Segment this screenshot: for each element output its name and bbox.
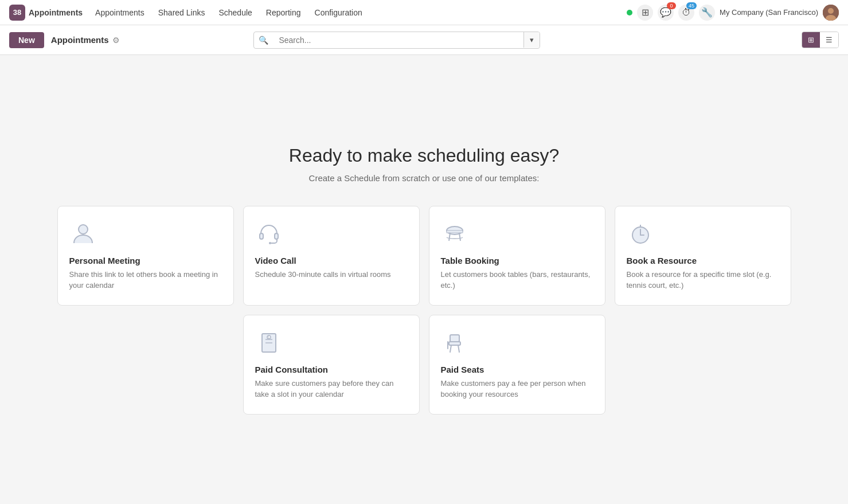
search-input[interactable] <box>273 32 523 48</box>
svg-rect-21 <box>450 335 459 342</box>
nav-link-shared-links[interactable]: Shared Links <box>153 6 211 19</box>
svg-rect-4 <box>260 233 263 239</box>
search-icon: 🔍 <box>254 36 273 45</box>
nav-right: ⊞ 💬 0 ⏱ 45 🔧 My Company (San Francisco) <box>627 5 839 21</box>
page-title: Appointments <box>51 35 109 45</box>
svg-rect-8 <box>447 230 463 233</box>
settings-icon-btn[interactable]: 🔧 <box>699 5 715 21</box>
cards-grid: Personal Meeting Share this link to let … <box>57 206 791 415</box>
card-desc-paid-consultation: Make sure customers pay before they can … <box>255 378 408 400</box>
nav-links: AppointmentsShared LinksScheduleReportin… <box>89 6 627 19</box>
card-title-personal-meeting: Personal Meeting <box>69 256 222 265</box>
card-video-call[interactable]: Video Call Schedule 30-minute calls in v… <box>243 206 420 306</box>
card-inner-personal-meeting: Personal Meeting Share this link to let … <box>69 256 222 291</box>
svg-rect-22 <box>449 342 460 345</box>
svg-point-1 <box>828 8 834 14</box>
card-inner-book-resource: Book a Resource Book a resource for a sp… <box>627 256 779 291</box>
hero-subtitle: Create a Schedule from scratch or use on… <box>309 173 540 183</box>
nav-link-schedule[interactable]: Schedule <box>213 6 257 19</box>
card-inner-video-call: Video Call Schedule 30-minute calls in v… <box>255 256 408 280</box>
top-navigation: 38 Appointments AppointmentsShared Links… <box>0 0 848 25</box>
svg-rect-5 <box>275 233 278 239</box>
search-dropdown-button[interactable]: ▾ <box>523 32 540 48</box>
card-desc-personal-meeting: Share this link to let others book a mee… <box>69 269 222 291</box>
search-container: 🔍 ▾ <box>253 32 540 49</box>
card-inner-paid-seats: Paid Seats Make customers pay a fee per … <box>441 365 593 400</box>
new-button[interactable]: New <box>9 32 44 48</box>
card-paid-seats[interactable]: Paid Seats Make customers pay a fee per … <box>429 315 605 415</box>
card-desc-video-call: Schedule 30-minute calls in virtual room… <box>255 269 408 280</box>
kanban-view-button[interactable]: ⊞ <box>802 32 820 48</box>
logo-icon: 38 <box>9 5 25 21</box>
gear-icon[interactable]: ⚙ <box>112 36 120 45</box>
svg-point-3 <box>79 225 88 234</box>
messages-icon-btn[interactable]: 💬 0 <box>658 5 674 21</box>
msg-badge: 0 <box>667 2 676 9</box>
nav-link-configuration[interactable]: Configuration <box>309 6 368 19</box>
card-icon-paid-consultation: $ <box>255 329 283 357</box>
card-book-resource[interactable]: Book a Resource Book a resource for a sp… <box>615 206 791 306</box>
card-table-booking[interactable]: Table Booking Let customers book tables … <box>429 206 605 306</box>
company-name: My Company (San Francisco) <box>720 8 818 17</box>
view-toggle: ⊞ ☰ <box>802 32 839 48</box>
card-title-table-booking: Table Booking <box>441 256 593 265</box>
avatar[interactable] <box>823 5 839 21</box>
card-desc-table-booking: Let customers book tables (bars, restaur… <box>441 269 593 291</box>
app-name-label: Appointments <box>29 8 83 17</box>
card-icon-book-resource <box>627 220 654 248</box>
svg-point-6 <box>269 242 271 244</box>
nav-link-appointments[interactable]: Appointments <box>89 6 150 19</box>
card-inner-table-booking: Table Booking Let customers book tables … <box>441 256 593 291</box>
card-paid-consultation[interactable]: $ Paid Consultation Make sure customers … <box>243 315 420 415</box>
card-icon-table-booking <box>441 220 468 248</box>
card-icon-video-call <box>255 220 283 248</box>
card-title-paid-seats: Paid Seats <box>441 365 593 374</box>
card-desc-book-resource: Book a resource for a specific time slot… <box>627 269 779 291</box>
list-view-button[interactable]: ☰ <box>820 32 838 48</box>
page-title-area: Appointments ⚙ <box>51 35 120 45</box>
activity-icon-btn[interactable]: ⏱ 45 <box>678 5 694 21</box>
svg-line-23 <box>450 345 451 352</box>
activity-badge: 45 <box>686 2 697 9</box>
svg-line-24 <box>458 345 459 352</box>
grid-icon-btn[interactable]: ⊞ <box>637 5 653 21</box>
nav-link-reporting[interactable]: Reporting <box>260 6 307 19</box>
status-indicator <box>627 10 632 15</box>
main-content: Ready to make scheduling easy? Create a … <box>0 55 848 504</box>
app-logo[interactable]: 38 Appointments <box>9 5 83 21</box>
hero-title: Ready to make scheduling easy? <box>289 145 559 166</box>
svg-text:$: $ <box>268 335 269 338</box>
card-title-video-call: Video Call <box>255 256 408 265</box>
card-title-book-resource: Book a Resource <box>627 256 779 265</box>
card-desc-paid-seats: Make customers pay a fee per person when… <box>441 378 593 400</box>
card-title-paid-consultation: Paid Consultation <box>255 365 408 374</box>
card-icon-personal-meeting <box>69 220 97 248</box>
card-personal-meeting[interactable]: Personal Meeting Share this link to let … <box>57 206 234 306</box>
card-inner-paid-consultation: Paid Consultation Make sure customers pa… <box>255 365 408 400</box>
toolbar: New Appointments ⚙ 🔍 ▾ ⊞ ☰ <box>0 25 848 55</box>
card-icon-paid-seats <box>441 329 468 357</box>
